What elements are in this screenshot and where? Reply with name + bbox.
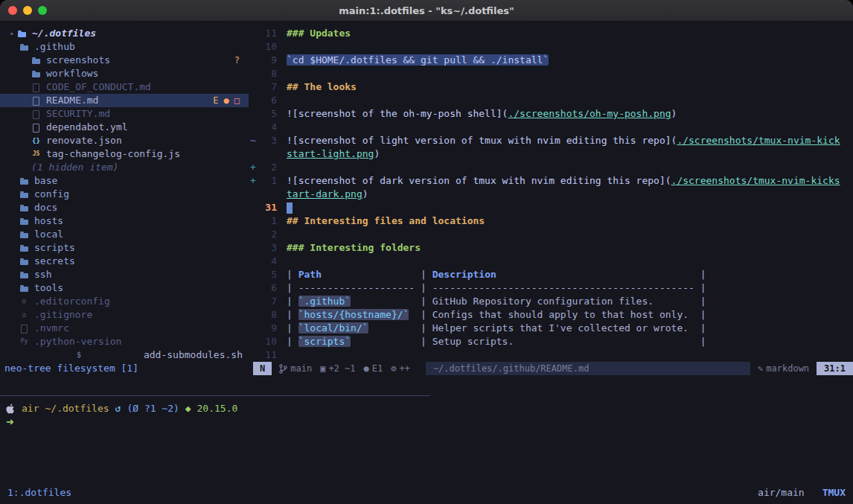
folder-icon xyxy=(19,188,29,201)
tree-item[interactable]: .nvmrc xyxy=(0,322,249,335)
editor-line[interactable]: 10| `scripts` | Setup scripts. | xyxy=(249,335,853,348)
tree-item[interactable]: .github xyxy=(0,40,249,54)
tree-item[interactable]: local xyxy=(0,228,249,241)
git-sign xyxy=(249,188,258,201)
line-text: `cd $HOME/.dotfiles && git pull && ./ins… xyxy=(287,54,549,67)
tree-item[interactable]: SECURITY.md xyxy=(0,107,249,121)
file-icon xyxy=(19,322,29,335)
tree-item[interactable]: dependabot.yml xyxy=(0,121,249,134)
editor-line[interactable]: 6 xyxy=(249,94,853,107)
diagnostics-icon: ● xyxy=(364,362,369,375)
diagnostics: ● E1 xyxy=(364,362,383,375)
shell-pane[interactable]: air ~/.dotfiles ↺ (Ø ?1 ~2) ◆ 20.15.0 ➜ xyxy=(0,375,853,481)
tree-item[interactable]: (1 hidden item) xyxy=(0,161,249,174)
tree-item[interactable]: README.mdE●□ xyxy=(0,94,249,107)
editor-line[interactable]: 8| `hosts/{hostname}/` | Configs that sh… xyxy=(249,308,853,322)
traffic-lights xyxy=(8,6,47,15)
file-tree: ▸~/.dotfiles.githubscreenshots?workflows… xyxy=(0,22,249,362)
line-text: | `scripts` | Setup scripts. | xyxy=(287,335,706,348)
line-text: | `hosts/{hostname}/` | Configs that sho… xyxy=(287,308,706,322)
tree-item[interactable]: secrets xyxy=(0,255,249,268)
line-text: | -------------------- | ---------------… xyxy=(287,281,706,295)
editor-line[interactable]: 5![screenshot of the oh-my-posh shell](.… xyxy=(249,107,853,121)
git-sign xyxy=(249,201,258,214)
git-sign xyxy=(249,214,258,228)
py-icon: Py xyxy=(19,335,29,348)
tree-item[interactable]: scripts xyxy=(0,241,249,255)
editor-line[interactable]: 11### Updates xyxy=(249,27,853,40)
brace-icon: {} xyxy=(31,134,41,147)
tree-item-label: base xyxy=(34,174,57,188)
git-sign xyxy=(249,335,258,348)
tree-item-label: workflows xyxy=(46,67,98,80)
editor-line[interactable]: 7| `.github` | GitHub Repository configu… xyxy=(249,295,853,308)
editor-line[interactable]: ~3![screenshot of light version of tmux … xyxy=(249,134,853,147)
minimize-button[interactable] xyxy=(23,6,32,15)
tree-item[interactable]: ▸~/.dotfiles xyxy=(0,27,249,40)
editor-line[interactable]: 3### Interesting folders xyxy=(249,241,853,255)
nvim-pane: ▸~/.dotfiles.githubscreenshots?workflows… xyxy=(0,22,853,362)
git-sign xyxy=(249,40,258,54)
editor-line[interactable]: 10 xyxy=(249,40,853,54)
editor-line[interactable]: 7## The looks xyxy=(249,80,853,94)
tree-item[interactable]: docs xyxy=(0,201,249,214)
editor-line[interactable]: 5| Path | Description | xyxy=(249,268,853,281)
folder-icon xyxy=(19,201,29,214)
editor-lines[interactable]: 11### Updates 10 9`cd $HOME/.dotfiles &&… xyxy=(249,22,853,362)
editor-line[interactable]: start-light.png) xyxy=(249,147,853,161)
git-sign xyxy=(249,228,258,241)
tree-item[interactable]: base xyxy=(0,174,249,188)
cursor xyxy=(287,202,293,214)
file-icon xyxy=(31,121,41,134)
editor-line[interactable]: 11 xyxy=(249,348,853,362)
editor-line[interactable]: 4 xyxy=(249,255,853,268)
editor-line[interactable]: +2 xyxy=(249,161,853,174)
editor-line[interactable]: 9| `local/bin/` | Helper scripts that I'… xyxy=(249,322,853,335)
tree-item[interactable]: ±.gitignore xyxy=(0,308,249,322)
tree-item[interactable]: hosts xyxy=(0,214,249,228)
tree-item-label: secrets xyxy=(34,255,75,268)
editor-line[interactable]: 1## Interesting files and locations xyxy=(249,214,853,228)
folder-icon xyxy=(31,67,41,80)
line-text: ## The looks xyxy=(287,80,357,94)
tree-item-label: renovate.json xyxy=(46,134,122,147)
tree-item[interactable]: workflows xyxy=(0,67,249,80)
line-number: 7 xyxy=(258,295,277,308)
tree-item[interactable]: Py.python-version xyxy=(0,335,249,348)
tree-item[interactable]: ⚙.editorconfig xyxy=(0,295,249,308)
line-number xyxy=(258,147,277,161)
zoom-button[interactable] xyxy=(38,6,47,15)
tree-item[interactable]: CODE_OF_CONDUCT.md xyxy=(0,80,249,94)
gear-icon: ⚙ xyxy=(391,362,396,375)
tree-item[interactable]: ssh xyxy=(0,268,249,281)
line-number: 6 xyxy=(258,281,277,295)
editor-line[interactable]: tart-dark.png) xyxy=(249,188,853,201)
tree-item[interactable]: JStag-changelog-config.js xyxy=(0,147,249,161)
editor-line[interactable]: 9`cd $HOME/.dotfiles && git pull && ./in… xyxy=(249,54,853,67)
line-text: ### Updates xyxy=(287,27,351,40)
prompt-arrow[interactable]: ➜ xyxy=(0,415,853,429)
tree-item[interactable]: $add-submodules.sh xyxy=(0,348,249,362)
editor-line[interactable]: 4 xyxy=(249,121,853,134)
tmux-window[interactable]: 1:.dotfiles xyxy=(7,487,71,498)
line-number: 31 xyxy=(258,201,277,214)
tree-item[interactable]: {}renovate.json xyxy=(0,134,249,147)
tree-item[interactable]: config xyxy=(0,188,249,201)
git-branch: main xyxy=(279,362,312,375)
tree-item[interactable]: screenshots? xyxy=(0,54,249,67)
tree-item-label: tag-changelog-config.js xyxy=(46,147,180,161)
diagnostics-label: E1 xyxy=(372,362,383,375)
tree-item[interactable]: tools xyxy=(0,281,249,295)
git-status-badge: E xyxy=(213,94,218,107)
editor-line[interactable]: 31 xyxy=(249,201,853,214)
line-text: ![screenshot of light version of tmux wi… xyxy=(287,134,840,147)
tree-item-label: scripts xyxy=(34,241,75,255)
editor-line[interactable]: 6| -------------------- | --------------… xyxy=(249,281,853,295)
editor-line[interactable]: +1![screenshot of dark version of tmux w… xyxy=(249,174,853,188)
line-number: 4 xyxy=(258,121,277,134)
close-button[interactable] xyxy=(8,6,17,15)
editor-line[interactable]: 8 xyxy=(249,67,853,80)
mode-indicator: N xyxy=(253,362,272,375)
editor-line[interactable]: 2 xyxy=(249,228,853,241)
line-text: ![screenshot of dark version of tmux wit… xyxy=(287,174,840,188)
